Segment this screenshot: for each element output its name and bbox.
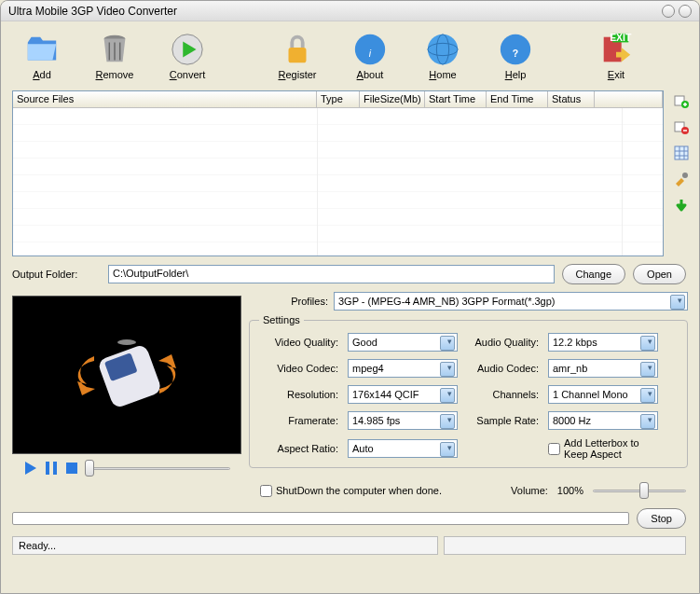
play-circle-icon — [170, 32, 205, 67]
mid-section: Profiles: 3GP - (MPEG-4 AMR_NB) 3GPP For… — [1, 292, 699, 482]
video-quality-select[interactable]: Good — [348, 333, 458, 352]
change-button[interactable]: Change — [562, 264, 626, 284]
phone-preview-icon — [62, 324, 192, 426]
window-title: Ultra Mobile 3GP Video Converter — [8, 5, 662, 18]
channels-select[interactable]: 1 Channel Mono — [548, 385, 658, 404]
file-grid[interactable]: Source Files Type FileSize(Mb) Start Tim… — [12, 90, 664, 256]
profiles-label: Profiles: — [249, 296, 328, 307]
app-window: { "title": "Ultra Mobile 3GP Video Conve… — [0, 0, 700, 594]
help-icon: ? — [498, 32, 533, 67]
settings-panel: Profiles: 3GP - (MPEG-4 AMR_NB) 3GPP For… — [249, 292, 688, 482]
svg-rect-2 — [289, 48, 307, 62]
playback-controls — [12, 454, 241, 482]
status-text: Ready... — [12, 536, 438, 555]
open-button[interactable]: Open — [633, 264, 686, 284]
resolution-label: Resolution: — [259, 389, 338, 400]
framerate-select[interactable]: 14.985 fps — [348, 411, 458, 430]
minimize-button[interactable] — [662, 5, 675, 18]
svg-text:?: ? — [513, 48, 518, 59]
svg-point-22 — [117, 339, 136, 345]
grid-icon[interactable] — [673, 145, 690, 161]
help-button[interactable]: ? Help — [484, 23, 547, 89]
seek-slider[interactable] — [85, 460, 230, 477]
svg-text:EXIT: EXIT — [610, 33, 632, 43]
add-button[interactable]: Add — [10, 23, 74, 89]
audio-quality-select[interactable]: 12.2 kbps — [548, 333, 658, 352]
stop-progress-button[interactable]: Stop — [637, 508, 686, 529]
grid-body[interactable] — [13, 108, 663, 256]
pause-button[interactable] — [44, 461, 59, 476]
play-button[interactable] — [23, 461, 38, 476]
shutdown-checkbox[interactable]: ShutDown the computer when done. — [260, 485, 442, 497]
audio-codec-label: Audio Codec: — [469, 363, 539, 374]
profile-row: Profiles: 3GP - (MPEG-4 AMR_NB) 3GPP For… — [249, 292, 688, 311]
svg-rect-23 — [46, 462, 49, 475]
aspect-select[interactable]: Auto — [348, 439, 458, 458]
trash-icon — [97, 32, 132, 67]
video-codec-label: Video Codec: — [259, 363, 338, 374]
volume-slider[interactable] — [593, 482, 686, 499]
home-button[interactable]: Home — [411, 23, 474, 89]
bottom-row: ShutDown the computer when done. Volume:… — [1, 482, 699, 504]
progress-row: Stop — [12, 508, 686, 529]
tool-icon[interactable] — [673, 171, 690, 187]
framerate-label: Framerate: — [259, 415, 338, 426]
col-status[interactable]: Status — [548, 91, 595, 107]
letterbox-checkbox[interactable]: Add Letterbox to Keep Aspect — [548, 437, 660, 460]
exit-icon: EXIT — [598, 32, 634, 67]
titlebar: Ultra Mobile 3GP Video Converter — [1, 1, 699, 21]
preview-pane — [12, 296, 241, 454]
col-filesize[interactable]: FileSize(Mb) — [360, 91, 425, 107]
info-icon: i — [352, 32, 388, 67]
exit-button[interactable]: EXIT Exit — [584, 23, 648, 89]
svg-rect-25 — [66, 463, 77, 474]
profiles-select[interactable]: 3GP - (MPEG-4 AMR_NB) 3GPP Format(*.3gp) — [334, 292, 688, 311]
col-end[interactable]: End Time — [487, 91, 548, 107]
svg-rect-24 — [53, 462, 57, 475]
status-bar: Ready... — [12, 536, 686, 555]
resolution-select[interactable]: 176x144 QCIF — [348, 385, 458, 404]
svg-point-19 — [80, 411, 173, 422]
content-area: Source Files Type FileSize(Mb) Start Tim… — [1, 90, 699, 256]
stop-button[interactable] — [64, 461, 79, 476]
audio-quality-label: Audio Quality: — [469, 337, 539, 348]
audio-codec-select[interactable]: amr_nb — [548, 359, 658, 378]
aspect-label: Aspect Ratio: — [259, 443, 338, 454]
svg-point-18 — [682, 173, 688, 178]
main-toolbar: Add Remove Convert Register i About Home… — [1, 21, 699, 90]
col-start[interactable]: Start Time — [425, 91, 487, 107]
svg-point-5 — [428, 35, 458, 64]
convert-button[interactable]: Convert — [156, 23, 219, 89]
settings-fieldset: Settings Video Quality: Good Audio Quali… — [249, 314, 688, 468]
arrow-down-icon[interactable] — [673, 197, 690, 214]
svg-rect-20 — [97, 343, 162, 408]
volume-value: 100% — [557, 485, 583, 496]
output-label: Output Folder: — [12, 269, 101, 280]
svg-rect-17 — [675, 146, 688, 159]
samplerate-select[interactable]: 8000 Hz — [548, 411, 658, 430]
globe-icon — [425, 32, 460, 67]
col-type[interactable]: Type — [317, 91, 360, 107]
close-button[interactable] — [679, 5, 692, 18]
col-source[interactable]: Source Files — [13, 91, 317, 107]
add-folder-icon — [24, 32, 60, 67]
samplerate-label: Sample Rate: — [469, 415, 539, 426]
about-button[interactable]: i About — [338, 23, 402, 89]
grid-header: Source Files Type FileSize(Mb) Start Tim… — [13, 91, 663, 108]
lock-icon — [280, 32, 315, 67]
settings-legend: Settings — [259, 314, 304, 325]
window-controls — [662, 5, 692, 18]
volume-label: Volume: — [511, 485, 548, 496]
remove-item-icon[interactable] — [673, 118, 690, 135]
add-item-icon[interactable] — [673, 92, 690, 109]
register-button[interactable]: Register — [266, 23, 329, 89]
video-quality-label: Video Quality: — [259, 337, 338, 348]
video-codec-select[interactable]: mpeg4 — [348, 359, 458, 378]
remove-button[interactable]: Remove — [83, 23, 146, 89]
side-tools — [673, 92, 692, 214]
channels-label: Channels: — [469, 389, 539, 400]
output-path-field[interactable]: C:\OutputFolder\ — [108, 265, 555, 283]
status-right — [444, 536, 686, 555]
progress-bar — [12, 512, 629, 525]
output-row: Output Folder: C:\OutputFolder\ Change O… — [1, 264, 699, 284]
